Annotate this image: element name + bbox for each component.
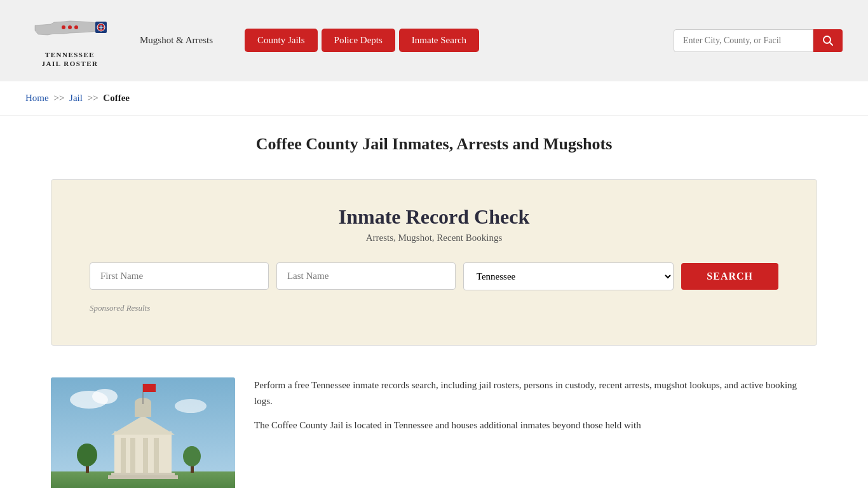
- page-title: Coffee County Jail Inmates, Arrests and …: [25, 135, 843, 154]
- svg-point-0: [68, 25, 72, 29]
- record-check-subtitle: Arrests, Mugshot, Recent Bookings: [90, 233, 778, 243]
- last-name-input[interactable]: [276, 262, 456, 290]
- breadcrumb: Home >> Jail >> Coffee: [25, 93, 843, 104]
- first-name-input[interactable]: [90, 262, 269, 290]
- content-section: Perform a free Tennessee inmate records …: [0, 358, 868, 488]
- sponsored-label: Sponsored Results: [90, 303, 778, 313]
- content-paragraph-1: Perform a free Tennessee inmate records …: [254, 377, 817, 410]
- svg-line-9: [830, 42, 833, 45]
- courthouse-illustration: [51, 377, 235, 488]
- content-text: Perform a free Tennessee inmate records …: [254, 377, 817, 442]
- logo-text: TENNESSEE JAIL ROSTER: [42, 50, 98, 69]
- breadcrumb-sep1: >>: [53, 93, 64, 103]
- nav-buttons: County Jails Police Depts Inmate Search: [245, 29, 479, 52]
- svg-rect-17: [130, 438, 135, 473]
- content-image: [51, 377, 235, 488]
- record-check-box: Inmate Record Check Arrests, Mugshot, Re…: [51, 179, 817, 346]
- police-depts-button[interactable]: Police Depts: [322, 29, 395, 52]
- search-icon: [822, 35, 834, 46]
- page-title-section: Coffee County Jail Inmates, Arrests and …: [0, 116, 868, 166]
- county-jails-button[interactable]: County Jails: [245, 29, 318, 52]
- svg-point-13: [175, 399, 207, 413]
- logo-area: TENNESSEE JAIL ROSTER: [25, 13, 114, 69]
- state-select[interactable]: Tennessee Alabama Alaska Arizona Arkansa…: [463, 262, 674, 290]
- header-search-area: [674, 29, 843, 52]
- svg-rect-24: [143, 384, 156, 392]
- breadcrumb-home[interactable]: Home: [25, 93, 49, 103]
- record-search-button[interactable]: SEARCH: [681, 263, 778, 290]
- header-search-input[interactable]: [674, 29, 813, 52]
- breadcrumb-sep2: >>: [88, 93, 98, 103]
- svg-rect-18: [143, 438, 148, 473]
- svg-point-28: [77, 444, 97, 466]
- svg-point-12: [92, 389, 118, 404]
- inmate-search-button[interactable]: Inmate Search: [399, 29, 479, 52]
- breadcrumb-current: Coffee: [103, 93, 130, 103]
- record-check-title: Inmate Record Check: [90, 205, 778, 229]
- header: TENNESSEE JAIL ROSTER Mugshot & Arrests …: [0, 0, 868, 81]
- svg-rect-26: [108, 475, 178, 479]
- content-paragraph-2: The Coffee County Jail is located in Ten…: [254, 417, 817, 434]
- breadcrumb-jail[interactable]: Jail: [69, 93, 83, 103]
- svg-rect-19: [154, 438, 159, 473]
- breadcrumb-bar: Home >> Jail >> Coffee: [0, 81, 868, 116]
- svg-point-30: [183, 446, 201, 466]
- svg-point-1: [74, 25, 78, 29]
- tennessee-logo-svg: [32, 13, 108, 48]
- svg-rect-16: [121, 438, 126, 473]
- mugshot-arrests-link[interactable]: Mugshot & Arrests: [140, 35, 213, 46]
- header-search-button[interactable]: [813, 29, 843, 52]
- record-search-form: Tennessee Alabama Alaska Arizona Arkansa…: [90, 262, 778, 290]
- svg-point-2: [62, 25, 65, 29]
